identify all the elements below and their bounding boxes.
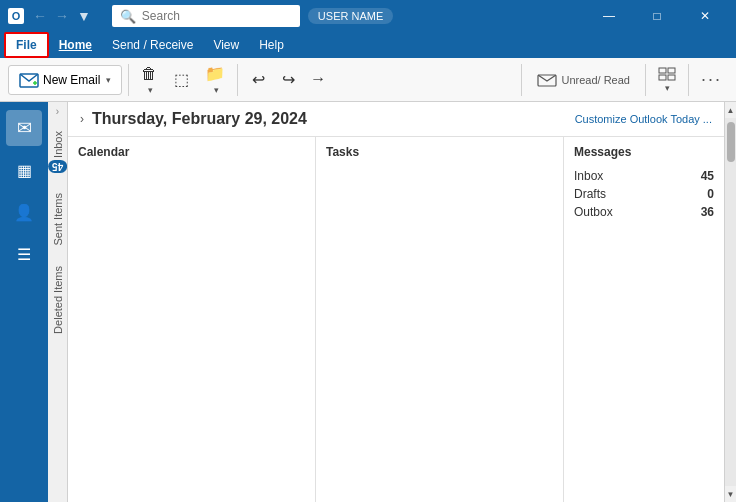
undo-icon: ↩ bbox=[252, 70, 265, 89]
customize-link[interactable]: Customize Outlook Today ... bbox=[575, 113, 712, 125]
tasks-section: Tasks bbox=[316, 137, 564, 502]
maximize-button[interactable]: □ bbox=[634, 0, 680, 32]
nav-arrows: ← → ▼ bbox=[30, 6, 94, 26]
inbox-count: 45 bbox=[684, 169, 714, 183]
scroll-thumb[interactable] bbox=[727, 122, 735, 162]
vtab-sent[interactable]: Sent Items bbox=[49, 183, 67, 256]
archive-button[interactable]: ⬚ bbox=[167, 66, 195, 93]
new-email-button[interactable]: New Email ▾ bbox=[8, 65, 122, 95]
contacts-nav-icon: 👤 bbox=[14, 203, 34, 222]
grid-view-icon bbox=[658, 67, 676, 81]
search-box: 🔍 bbox=[112, 5, 300, 27]
search-input[interactable] bbox=[142, 9, 292, 23]
drafts-label: Drafts bbox=[574, 187, 606, 201]
vtab-inbox-label: Inbox bbox=[52, 131, 64, 158]
menu-bar: File Home Send / Receive View Help bbox=[0, 32, 736, 58]
more-options-button[interactable]: ··· bbox=[695, 69, 728, 90]
new-email-icon bbox=[19, 72, 39, 88]
vtab-chevron-icon[interactable]: › bbox=[53, 102, 62, 121]
redo-icon: ↪ bbox=[282, 70, 295, 89]
unread-read-label: Unread/ Read bbox=[561, 74, 630, 86]
scroll-track[interactable] bbox=[725, 118, 736, 486]
ribbon: New Email ▾ 🗑 ▾ ⬚ 📁 ▾ ↩ ↪ → bbox=[0, 58, 736, 102]
user-pill[interactable]: USER NAME bbox=[308, 8, 393, 24]
app-layout: ✉ ▦ 👤 ☰ › 45 Inbox Sent Items Deleted It… bbox=[0, 102, 736, 502]
nav-calendar-button[interactable]: ▦ bbox=[6, 152, 42, 188]
menu-item-file[interactable]: File bbox=[4, 32, 49, 58]
move-dropdown-icon[interactable]: ▾ bbox=[214, 85, 219, 95]
minimize-button[interactable]: — bbox=[586, 0, 632, 32]
vtab-sent-label: Sent Items bbox=[52, 193, 64, 246]
delete-icon: 🗑 bbox=[141, 65, 157, 83]
today-grid: Calendar Tasks Messages Inbox 45 Drafts … bbox=[68, 137, 724, 502]
archive-icon: ⬚ bbox=[174, 70, 189, 89]
scroll-down-button[interactable]: ▼ bbox=[725, 486, 736, 502]
left-nav: ✉ ▦ 👤 ☰ bbox=[0, 102, 48, 502]
mail-nav-icon: ✉ bbox=[17, 117, 32, 139]
main-content: › Thursday, February 29, 2024 Customize … bbox=[68, 102, 724, 502]
drafts-count: 0 bbox=[684, 187, 714, 201]
search-icon: 🔍 bbox=[120, 9, 136, 24]
inbox-badge: 45 bbox=[48, 160, 67, 173]
outbox-count: 36 bbox=[684, 205, 714, 219]
grid-view-button[interactable]: ▾ bbox=[652, 63, 682, 97]
app-icon: O bbox=[8, 8, 24, 24]
outbox-label: Outbox bbox=[574, 205, 613, 219]
separator-5 bbox=[688, 64, 689, 96]
today-header: › Thursday, February 29, 2024 Customize … bbox=[68, 102, 724, 137]
move-button[interactable]: 📁 ▾ bbox=[199, 60, 231, 99]
new-email-dropdown-icon[interactable]: ▾ bbox=[106, 75, 111, 85]
vtab-deleted-label: Deleted Items bbox=[52, 266, 64, 334]
vtab-deleted[interactable]: Deleted Items bbox=[49, 256, 67, 344]
scroll-up-button[interactable]: ▲ bbox=[725, 102, 736, 118]
nav-contacts-button[interactable]: 👤 bbox=[6, 194, 42, 230]
vtab-inbox[interactable]: 45 Inbox bbox=[48, 121, 68, 183]
separator-4 bbox=[645, 64, 646, 96]
move-icon: 📁 bbox=[205, 64, 225, 83]
svg-rect-7 bbox=[668, 75, 675, 80]
dropdown-arrow-icon[interactable]: ▼ bbox=[74, 6, 94, 26]
tasks-nav-icon: ☰ bbox=[17, 245, 31, 264]
messages-title: Messages bbox=[574, 145, 714, 159]
separator-2 bbox=[237, 64, 238, 96]
undo-redo-group: ↩ ↪ → bbox=[244, 66, 332, 93]
today-date: Thursday, February 29, 2024 bbox=[92, 110, 307, 128]
menu-item-help[interactable]: Help bbox=[249, 34, 294, 56]
back-arrow-icon[interactable]: ← bbox=[30, 6, 50, 26]
messages-inbox-row: Inbox 45 bbox=[574, 167, 714, 185]
vertical-tabs: › 45 Inbox Sent Items Deleted Items bbox=[48, 102, 68, 502]
undo-button[interactable]: ↩ bbox=[244, 66, 272, 93]
forward-button[interactable]: → bbox=[304, 66, 332, 93]
unread-read-button[interactable]: Unread/ Read bbox=[528, 68, 639, 92]
calendar-nav-icon: ▦ bbox=[17, 161, 32, 180]
calendar-section: Calendar bbox=[68, 137, 316, 502]
delete-button[interactable]: 🗑 ▾ bbox=[135, 61, 163, 99]
svg-rect-4 bbox=[659, 68, 666, 73]
ribbon-right: Unread/ Read ▾ ··· bbox=[519, 63, 728, 97]
close-button[interactable]: ✕ bbox=[682, 0, 728, 32]
menu-item-send-receive[interactable]: Send / Receive bbox=[102, 34, 203, 56]
menu-item-home[interactable]: Home bbox=[49, 34, 102, 56]
svg-rect-6 bbox=[659, 75, 666, 80]
window-controls: — □ ✕ bbox=[586, 0, 728, 32]
separator-3 bbox=[521, 64, 522, 96]
today-collapse-icon[interactable]: › bbox=[80, 112, 84, 126]
messages-section: Messages Inbox 45 Drafts 0 Outbox 36 bbox=[564, 137, 724, 502]
separator-1 bbox=[128, 64, 129, 96]
forward-arrow-icon[interactable]: → bbox=[52, 6, 72, 26]
menu-item-view[interactable]: View bbox=[203, 34, 249, 56]
main-area: › Thursday, February 29, 2024 Customize … bbox=[68, 102, 736, 502]
right-scrollbar[interactable]: ▲ ▼ bbox=[724, 102, 736, 502]
delete-dropdown-icon[interactable]: ▾ bbox=[148, 85, 153, 95]
calendar-title: Calendar bbox=[78, 145, 305, 159]
nav-tasks-button[interactable]: ☰ bbox=[6, 236, 42, 272]
redo-button[interactable]: ↪ bbox=[274, 66, 302, 93]
title-bar: O ← → ▼ 🔍 USER NAME — □ ✕ bbox=[0, 0, 736, 32]
messages-drafts-row: Drafts 0 bbox=[574, 185, 714, 203]
new-email-label: New Email bbox=[43, 73, 100, 87]
unread-read-icon bbox=[537, 73, 557, 87]
title-bar-left: O ← → ▼ 🔍 bbox=[8, 5, 308, 27]
messages-outbox-row: Outbox 36 bbox=[574, 203, 714, 221]
grid-dropdown-icon[interactable]: ▾ bbox=[665, 83, 670, 93]
nav-mail-button[interactable]: ✉ bbox=[6, 110, 42, 146]
